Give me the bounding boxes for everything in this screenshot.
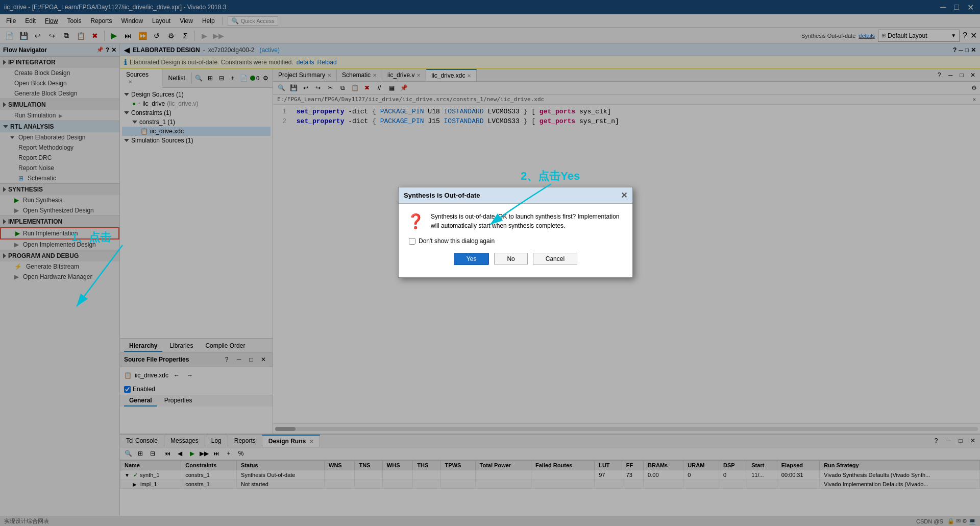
- modal-overlay: Synthesis is Out-of-date ✕ ❓ Synthesis i…: [0, 0, 980, 526]
- modal-cancel-btn[interactable]: Cancel: [533, 253, 577, 265]
- modal-question-icon: ❓: [407, 213, 425, 230]
- modal-close-btn[interactable]: ✕: [621, 190, 627, 200]
- modal-title-bar: Synthesis is Out-of-date ✕: [399, 187, 632, 204]
- modal-message-row: ❓ Synthesis is out-of-date. OK to launch…: [407, 212, 624, 230]
- modal-checkbox-row: Don't show this dialog again: [407, 237, 624, 245]
- synthesis-modal: Synthesis is Out-of-date ✕ ❓ Synthesis i…: [398, 187, 633, 278]
- modal-message-text: Synthesis is out-of-date. OK to launch s…: [431, 212, 624, 230]
- modal-buttons: Yes No Cancel: [407, 253, 624, 269]
- dont-show-checkbox[interactable]: [409, 238, 415, 245]
- modal-yes-btn[interactable]: Yes: [454, 253, 489, 265]
- modal-no-btn[interactable]: No: [494, 253, 527, 265]
- dont-show-label: Don't show this dialog again: [419, 237, 495, 245]
- modal-title-text: Synthesis is Out-of-date: [404, 192, 480, 199]
- modal-body: ❓ Synthesis is out-of-date. OK to launch…: [399, 204, 632, 277]
